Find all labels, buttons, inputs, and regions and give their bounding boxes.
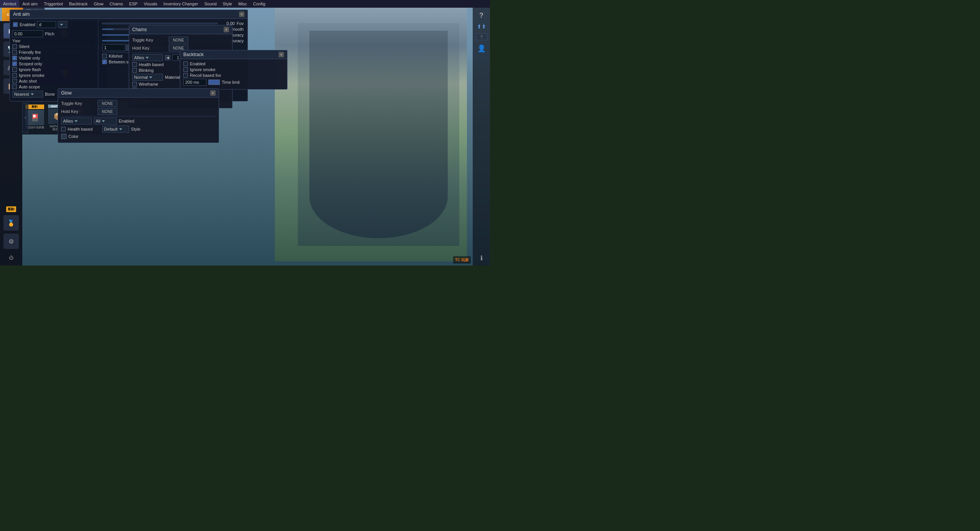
pitch-input[interactable] xyxy=(12,30,43,37)
glow-allies-dropdown[interactable]: Allies xyxy=(61,118,92,124)
glow-health-checkbox[interactable] xyxy=(61,127,66,131)
glow-panel: Glow × Toggle Key NONE Hold Key NONE All… xyxy=(58,88,219,143)
scoped-only-checkbox[interactable]: ✓ xyxy=(12,61,17,66)
glow-all-dropdown[interactable]: All xyxy=(94,118,117,124)
glow-default-dropdown[interactable]: Default xyxy=(102,126,129,133)
glow-toggle-key-row: Toggle Key NONE xyxy=(61,100,216,107)
backtrack-panel-header[interactable]: Backtrack × xyxy=(180,50,287,59)
chams-health-checkbox[interactable] xyxy=(132,62,137,67)
friendly-fire-checkbox[interactable] xyxy=(12,50,17,55)
fov-slider[interactable] xyxy=(102,23,218,24)
chams-toggle-key-btn[interactable]: NONE xyxy=(169,37,188,43)
ignore-smoke-row: Ignore smoke xyxy=(12,73,96,78)
backtrack-close-button[interactable]: × xyxy=(279,52,284,57)
glow-color-label: Color xyxy=(68,134,78,139)
sidebar-power[interactable]: ⏻ xyxy=(3,252,19,264)
chams-allies-dropdown[interactable]: Allies xyxy=(132,54,163,61)
chams-panel-header[interactable]: Chams × xyxy=(129,25,232,34)
chams-title: Chams xyxy=(132,27,147,32)
sidebar-settings[interactable]: ⚙ xyxy=(3,234,19,249)
auto-scope-checkbox[interactable] xyxy=(12,85,17,89)
tc-watermark: TC 玩家 xyxy=(453,256,471,264)
chams-health-label: Health based xyxy=(139,62,164,67)
bone-label: Bone xyxy=(45,92,55,96)
chams-wireframe-checkbox[interactable] xyxy=(132,82,137,86)
ignore-flash-label: Ignore flash xyxy=(19,67,41,72)
chams-close-button[interactable]: × xyxy=(224,27,229,32)
menu-style[interactable]: Style xyxy=(220,0,235,8)
ignore-smoke-checkbox[interactable] xyxy=(12,73,17,78)
chams-prev-btn[interactable]: ◀ xyxy=(165,55,170,60)
glow-toggle-key-label: Toggle Key xyxy=(61,101,96,106)
aimbot-panel-header[interactable]: Anti aim × xyxy=(10,10,247,19)
backtrack-timelimit-input[interactable] xyxy=(183,79,206,86)
menu-chams[interactable]: Chams xyxy=(106,0,126,8)
shop-prev-btn[interactable]: ‹ xyxy=(22,103,28,133)
glow-all-label: All xyxy=(96,119,100,123)
glow-health-label: Health based xyxy=(68,127,93,131)
ignore-flash-checkbox[interactable] xyxy=(12,67,17,72)
glow-enabled-label: Enabled xyxy=(119,119,134,123)
silent-label: Silent xyxy=(19,44,30,49)
glow-close-button[interactable]: × xyxy=(210,90,216,96)
chams-toggle-key-label: Toggle Key xyxy=(132,38,167,42)
visible-only-label: Visible only xyxy=(19,56,40,60)
glow-default-label: Default xyxy=(104,127,118,131)
enabled-input[interactable] xyxy=(37,21,56,28)
fov-label: Fov xyxy=(237,21,244,26)
menu-triggerbot[interactable]: Triggerbot xyxy=(41,0,66,8)
backtrack-enabled-checkbox[interactable] xyxy=(183,61,188,66)
backtrack-enabled-label: Enabled xyxy=(190,61,205,66)
glow-toggle-key-btn[interactable]: NONE xyxy=(98,100,117,107)
ignore-smoke-label: Ignore smoke xyxy=(19,73,45,78)
menu-backtrack[interactable]: Backtrack xyxy=(66,0,91,8)
nearest-label: Nearest xyxy=(14,92,29,96)
menu-misc[interactable]: Misc xyxy=(235,0,250,8)
menu-antiaim[interactable]: Anti aim xyxy=(19,0,41,8)
backtrack-smoke-checkbox[interactable] xyxy=(183,67,188,72)
auto-shot-checkbox[interactable] xyxy=(12,79,17,83)
yaw-row: Yaw xyxy=(12,38,96,43)
auto-scope-label: Auto scope xyxy=(19,85,40,89)
backtrack-title: Backtrack xyxy=(183,52,204,57)
chams-normal-dropdown[interactable]: Normal xyxy=(132,74,163,81)
right-info[interactable]: ℹ xyxy=(480,254,483,262)
sidebar-badge-icon[interactable]: 🏅 xyxy=(3,215,19,231)
visible-only-row: ✓ Visible only xyxy=(12,56,96,60)
menu-sound[interactable]: Sound xyxy=(201,0,220,8)
menubar: Aimbot Anti aim Triggerbot Backtrack Glo… xyxy=(0,0,490,8)
friendly-fire-label: Friendly fire xyxy=(19,50,41,55)
between-shots-checkbox[interactable]: ✓ xyxy=(102,60,107,64)
silent-checkbox[interactable] xyxy=(12,44,17,49)
menu-visuals[interactable]: Visuals xyxy=(141,0,160,8)
menu-inventory[interactable]: Inventory Changer xyxy=(160,0,201,8)
right-profile[interactable]: 👤 xyxy=(477,44,486,53)
menu-config[interactable]: Config xyxy=(250,0,269,8)
aimbot-close-button[interactable]: × xyxy=(239,12,244,17)
backtrack-recoil-checkbox[interactable] xyxy=(183,73,188,78)
glow-hold-key-btn[interactable]: NONE xyxy=(98,108,117,115)
nearest-dropdown[interactable]: Nearest xyxy=(12,91,43,98)
enabled-dropdown[interactable] xyxy=(58,21,67,28)
glow-color-swatch[interactable] xyxy=(61,134,66,139)
chams-material-label: Material xyxy=(165,75,180,80)
backtrack-recoil-row: Recoil based fov xyxy=(183,73,284,78)
enabled-row: ✓ Enabled xyxy=(12,21,96,28)
killshot-checkbox[interactable] xyxy=(102,54,107,58)
glow-color-row: Color xyxy=(61,134,216,139)
chams-blinking-label: Blinking xyxy=(139,68,154,73)
menu-glow[interactable]: Glow xyxy=(91,0,106,8)
glow-panel-header[interactable]: Glow × xyxy=(58,89,219,98)
backtrack-panel: Backtrack × Enabled Ignore smoke Recoil … xyxy=(180,50,287,90)
min-damage-input[interactable] xyxy=(102,44,125,51)
backtrack-timelimit-bar xyxy=(208,80,220,85)
menu-aimbot[interactable]: Aimbot xyxy=(0,0,19,8)
glow-allies-row: Allies All Enabled xyxy=(61,118,216,124)
backtrack-timelimit-row: Time limit xyxy=(183,79,284,86)
right-help[interactable]: ? xyxy=(479,12,483,20)
chams-blinking-checkbox[interactable] xyxy=(132,68,137,73)
glow-body: Toggle Key NONE Hold Key NONE Allies All… xyxy=(58,98,219,143)
visible-only-checkbox[interactable]: ✓ xyxy=(12,56,17,60)
menu-esp[interactable]: ESP xyxy=(126,0,141,8)
enabled-checkbox[interactable]: ✓ xyxy=(13,22,18,27)
